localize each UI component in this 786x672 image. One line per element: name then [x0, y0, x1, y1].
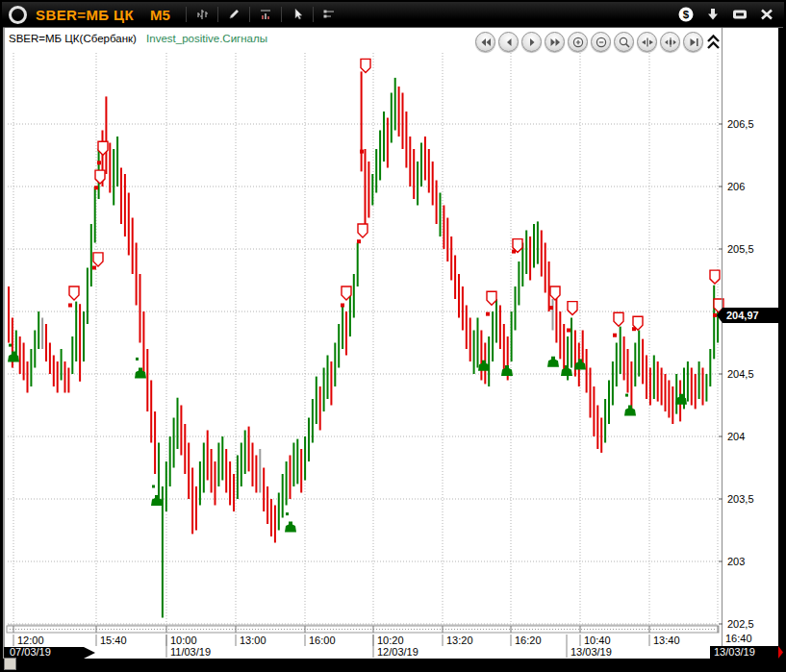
signals-label: Invest_positive.Сигналы	[146, 33, 267, 44]
chart-panel: SBER=МБ ЦК(Сбербанк) Invest_positive.Сиг…	[3, 27, 783, 659]
sell-dot-icon	[357, 239, 361, 243]
svg-text:204: 204	[727, 431, 745, 442]
sell-signal-icon	[358, 224, 368, 237]
scroll-right-button[interactable]	[521, 32, 542, 52]
window-titlebar[interactable]: SBER=МБ ЦК М5 $	[2, 2, 784, 27]
download-icon[interactable]	[703, 6, 723, 23]
window-frame-edge	[3, 28, 5, 659]
restore-icon[interactable]	[730, 6, 749, 23]
svg-text:15:40: 15:40	[100, 635, 127, 646]
close-icon[interactable]	[757, 6, 776, 23]
svg-text:07/03/19: 07/03/19	[10, 646, 51, 658]
svg-text:16:40: 16:40	[725, 633, 752, 644]
svg-text:206,5: 206,5	[727, 118, 754, 130]
svg-text:12:00: 12:00	[17, 635, 44, 646]
sell-signal-icon	[550, 286, 560, 300]
compress-candles-button[interactable]	[660, 32, 680, 52]
toolbar-divider	[281, 7, 282, 22]
time-axis: 12:0015:4010:0013:0016:0010:2013:2016:20…	[13, 633, 752, 658]
svg-text:11/03/19: 11/03/19	[170, 646, 211, 658]
sell-dot-icon	[549, 306, 553, 310]
svg-text:13:40: 13:40	[653, 635, 680, 646]
sell-dot-icon	[512, 250, 516, 254]
buy-dot-icon	[152, 485, 155, 488]
svg-text:13/03/19: 13/03/19	[714, 646, 755, 658]
sell-dot-icon	[97, 161, 101, 164]
buy-signal-icon	[624, 406, 636, 416]
compress-horizontal-button[interactable]	[637, 32, 657, 52]
chart-nav-toolbar	[475, 32, 703, 52]
levels-icon[interactable]	[317, 6, 341, 23]
svg-text:205,5: 205,5	[727, 243, 754, 255]
buy-signal-icon	[8, 352, 19, 362]
buy-dot-icon	[9, 344, 12, 347]
sell-signal-icon	[93, 253, 103, 266]
current-price-tag: 204,97	[717, 308, 779, 323]
svg-text:$: $	[683, 9, 690, 20]
svg-text:13:20: 13:20	[446, 635, 473, 646]
svg-text:13:00: 13:00	[240, 635, 266, 646]
buy-signal-icon	[285, 521, 296, 532]
sell-dot-icon	[68, 304, 72, 308]
resize-grip[interactable]	[4, 658, 16, 670]
svg-text:206: 206	[727, 181, 745, 192]
window-title: SBER=МБ ЦК	[36, 7, 134, 23]
go-to-last-button[interactable]	[683, 32, 703, 52]
buy-signal-icon	[547, 357, 559, 367]
chart-header: SBER=МБ ЦК(Сбербанк) Invest_positive.Сиг…	[9, 33, 271, 44]
sell-signal-icon	[69, 286, 79, 300]
sell-dot-icon	[92, 266, 96, 270]
scroll-start-button[interactable]	[475, 32, 495, 52]
price-chart[interactable]: 206,5206205,5205204,5204203,5203202,512:…	[3, 28, 783, 659]
svg-text:10:00: 10:00	[170, 635, 197, 646]
svg-text:16:20: 16:20	[515, 635, 542, 646]
time-scrollbar[interactable]	[7, 626, 719, 633]
buy-dot-icon	[136, 358, 139, 361]
toolbar-divider	[186, 7, 187, 22]
zoom-out-button[interactable]	[591, 32, 611, 52]
svg-text:203: 203	[727, 556, 745, 567]
sell-dot-icon	[341, 304, 344, 308]
sell-signal-icon	[361, 59, 370, 72]
sell-dot-icon	[486, 312, 490, 316]
grid-lines	[8, 53, 718, 624]
svg-text:12/03/19: 12/03/19	[377, 646, 418, 658]
terminal-window: SBER=МБ ЦК М5 $ SBER=МБ ЦК(Сбербанк) Inv…	[0, 0, 786, 672]
svg-text:13/03/19: 13/03/19	[570, 646, 612, 658]
svg-text:203,5: 203,5	[727, 493, 754, 505]
toolbar-divider	[313, 7, 314, 22]
volume-icon[interactable]	[254, 6, 277, 23]
collapse-chevron-icon[interactable]	[706, 33, 721, 52]
scroll-end-button[interactable]	[545, 32, 565, 52]
svg-text:202,5: 202,5	[727, 618, 754, 630]
price-axis-labels: 206,5206205,5205204,5204203,5203202,5	[719, 118, 754, 630]
sell-dot-icon	[713, 313, 717, 317]
buy-signal-icon	[151, 495, 163, 506]
sell-dot-icon	[613, 334, 617, 337]
window-frame-right	[778, 28, 783, 659]
svg-text:10:40: 10:40	[584, 635, 611, 646]
dollar-icon[interactable]: $	[676, 6, 696, 23]
buy-dot-icon	[286, 512, 289, 515]
cursor-icon[interactable]	[286, 6, 309, 23]
svg-text:16:00: 16:00	[309, 635, 336, 646]
toolbar-divider	[249, 7, 250, 22]
zoom-in-button[interactable]	[568, 32, 588, 52]
pencil-icon[interactable]	[222, 6, 245, 23]
buy-dot-icon	[625, 394, 628, 397]
signal-markers	[8, 59, 723, 532]
sell-signal-icon	[614, 312, 623, 326]
instrument-label: SBER=МБ ЦК(Сбербанк)	[9, 33, 137, 44]
svg-text:204,5: 204,5	[727, 368, 754, 380]
sell-dot-icon	[360, 150, 364, 154]
svg-text:10:20: 10:20	[377, 635, 404, 646]
scroll-left-button[interactable]	[498, 32, 519, 52]
timeframe-label[interactable]: М5	[150, 7, 170, 23]
sell-signal-icon	[568, 302, 577, 315]
sell-dot-icon	[632, 327, 636, 331]
sell-dot-icon	[94, 186, 98, 189]
instrument-ring-icon	[9, 6, 27, 24]
interval-icon[interactable]	[190, 6, 214, 23]
zoom-reset-button[interactable]	[614, 32, 634, 52]
sell-dot-icon	[567, 329, 570, 333]
